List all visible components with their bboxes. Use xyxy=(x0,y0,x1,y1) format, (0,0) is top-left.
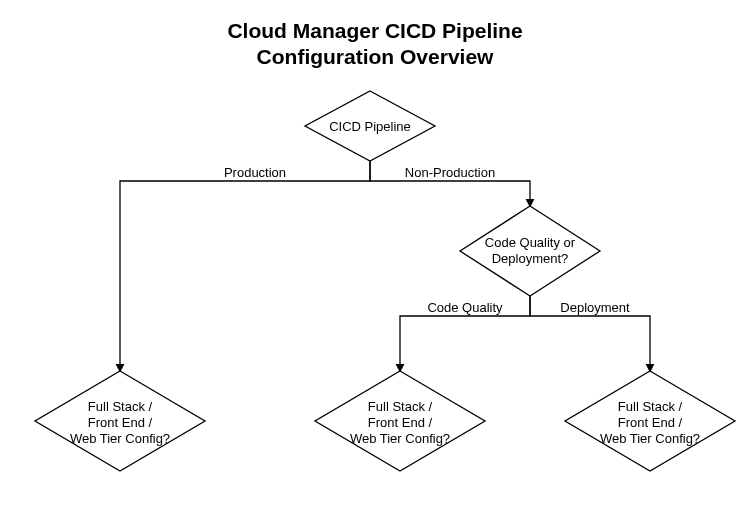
title-line-2: Configuration Overview xyxy=(257,45,494,68)
node-leaf-a-line3: Web Tier Config? xyxy=(70,431,170,446)
diagram-title: Cloud Manager CICD Pipeline Configuratio… xyxy=(0,0,750,71)
node-leaf-b-line1: Full Stack / xyxy=(368,399,433,414)
node-leaf-c-line2: Front End / xyxy=(618,415,683,430)
edge-production xyxy=(120,161,370,371)
edge-code-quality-label: Code Quality xyxy=(427,300,503,315)
edge-non-production-label: Non-Production xyxy=(405,165,495,180)
edge-production-label: Production xyxy=(224,165,286,180)
node-leaf-a-line1: Full Stack / xyxy=(88,399,153,414)
node-leaf-production: Full Stack / Front End / Web Tier Config… xyxy=(35,371,205,471)
node-leaf-deployment: Full Stack / Front End / Web Tier Config… xyxy=(565,371,735,471)
node-leaf-a-line2: Front End / xyxy=(88,415,153,430)
node-cicd-pipeline-label: CICD Pipeline xyxy=(329,119,411,134)
node-code-or-deploy: Code Quality or Deployment? xyxy=(460,206,600,296)
node-code-or-deploy-line2: Deployment? xyxy=(492,251,569,266)
node-leaf-b-line2: Front End / xyxy=(368,415,433,430)
title-line-1: Cloud Manager CICD Pipeline xyxy=(227,19,522,42)
node-leaf-code-quality: Full Stack / Front End / Web Tier Config… xyxy=(315,371,485,471)
edge-deployment-label: Deployment xyxy=(560,300,630,315)
node-leaf-c-line3: Web Tier Config? xyxy=(600,431,700,446)
node-leaf-c-line1: Full Stack / xyxy=(618,399,683,414)
flow-diagram: CICD Pipeline Production Non-Production … xyxy=(0,71,750,520)
node-leaf-b-line3: Web Tier Config? xyxy=(350,431,450,446)
node-code-or-deploy-line1: Code Quality or xyxy=(485,235,576,250)
node-cicd-pipeline: CICD Pipeline xyxy=(305,91,435,161)
